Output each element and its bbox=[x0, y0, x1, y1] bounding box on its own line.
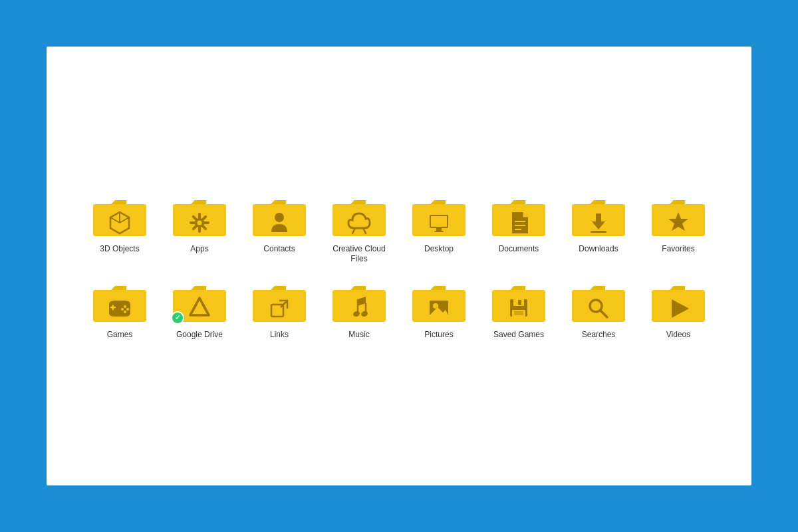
folder-item-documents[interactable]: Documents bbox=[482, 192, 555, 265]
folder-label-apps: Apps bbox=[190, 244, 208, 255]
svg-line-9 bbox=[203, 226, 206, 229]
svg-point-41 bbox=[124, 311, 126, 313]
folder-item-links[interactable]: Links bbox=[243, 278, 316, 340]
svg-rect-23 bbox=[431, 216, 447, 227]
folder-icon-apps bbox=[170, 192, 229, 240]
folder-icon-desktop bbox=[409, 192, 469, 240]
svg-point-19 bbox=[275, 213, 284, 222]
svg-line-11 bbox=[194, 226, 196, 229]
folder-icon-downloads bbox=[569, 192, 628, 240]
folder-item-saved-games[interactable]: Saved Games bbox=[482, 278, 555, 340]
folder-label-creative-cloud-files: Creative Cloud Files bbox=[326, 244, 392, 265]
folder-icon-pictures bbox=[409, 278, 469, 326]
svg-point-39 bbox=[126, 308, 129, 311]
folder-icon-links bbox=[249, 278, 309, 326]
folder-item-videos[interactable]: Videos bbox=[642, 278, 715, 340]
folder-label-videos: Videos bbox=[666, 330, 690, 340]
svg-line-13 bbox=[194, 216, 196, 219]
folder-icon-saved-games bbox=[489, 278, 549, 326]
folder-grid: 3D Objects Apps bbox=[70, 179, 728, 354]
folder-label-google-drive: Google Drive bbox=[176, 330, 223, 340]
svg-rect-49 bbox=[332, 290, 386, 322]
folder-icon-3d-objects bbox=[90, 192, 150, 240]
folder-icon-creative-cloud-files bbox=[329, 192, 389, 240]
folder-label-contacts: Contacts bbox=[263, 244, 295, 255]
folder-icon-favorites bbox=[648, 192, 708, 240]
folder-icon-documents bbox=[489, 192, 549, 240]
folder-label-saved-games: Saved Games bbox=[493, 330, 544, 340]
svg-rect-61 bbox=[518, 300, 521, 305]
folder-icon-google-drive: ✓ bbox=[170, 278, 229, 326]
check-icon: ✓ bbox=[175, 314, 180, 321]
folder-icon-contacts bbox=[249, 192, 309, 240]
file-explorer-window: 3D Objects Apps bbox=[47, 47, 751, 485]
folder-label-links: Links bbox=[270, 330, 289, 340]
svg-rect-63 bbox=[514, 311, 523, 315]
folder-item-creative-cloud-files[interactable]: Creative Cloud Files bbox=[323, 192, 396, 265]
folder-item-favorites[interactable]: Favorites bbox=[642, 192, 715, 265]
folder-item-music[interactable]: Music bbox=[323, 278, 396, 340]
folder-label-games: Games bbox=[107, 330, 133, 340]
folder-item-downloads[interactable]: Downloads bbox=[562, 192, 635, 265]
folder-label-music: Music bbox=[348, 330, 369, 340]
folder-item-desktop[interactable]: Desktop bbox=[402, 192, 475, 265]
svg-rect-25 bbox=[434, 231, 444, 232]
svg-rect-20 bbox=[332, 204, 386, 236]
sync-badge: ✓ bbox=[171, 311, 184, 325]
folder-icon-music bbox=[329, 278, 389, 326]
folder-label-pictures: Pictures bbox=[424, 330, 453, 340]
svg-line-15 bbox=[203, 216, 206, 219]
svg-point-40 bbox=[121, 308, 124, 311]
folder-label-3d-objects: 3D Objects bbox=[100, 244, 139, 255]
svg-rect-32 bbox=[591, 231, 606, 233]
folder-icon-games bbox=[90, 278, 150, 326]
folder-label-favorites: Favorites bbox=[662, 244, 694, 255]
svg-rect-37 bbox=[112, 305, 114, 310]
svg-rect-64 bbox=[572, 290, 625, 322]
folder-label-documents: Documents bbox=[499, 244, 539, 255]
svg-rect-24 bbox=[436, 228, 442, 231]
folder-item-contacts[interactable]: Contacts bbox=[243, 192, 316, 265]
folder-item-games[interactable]: Games bbox=[83, 278, 156, 340]
folder-item-google-drive[interactable]: ✓Google Drive bbox=[163, 278, 236, 340]
folder-item-3d-objects[interactable]: 3D Objects bbox=[83, 192, 156, 265]
folder-label-downloads: Downloads bbox=[579, 244, 618, 255]
folder-item-pictures[interactable]: Pictures bbox=[402, 278, 475, 340]
folder-item-searches[interactable]: Searches bbox=[562, 278, 635, 340]
svg-point-38 bbox=[124, 305, 126, 308]
folder-label-desktop: Desktop bbox=[424, 244, 454, 255]
folder-label-searches: Searches bbox=[582, 330, 616, 340]
folder-icon-videos bbox=[648, 278, 708, 326]
folder-item-apps[interactable]: Apps bbox=[163, 192, 236, 265]
svg-point-17 bbox=[198, 220, 202, 225]
folder-icon-searches bbox=[569, 278, 628, 326]
